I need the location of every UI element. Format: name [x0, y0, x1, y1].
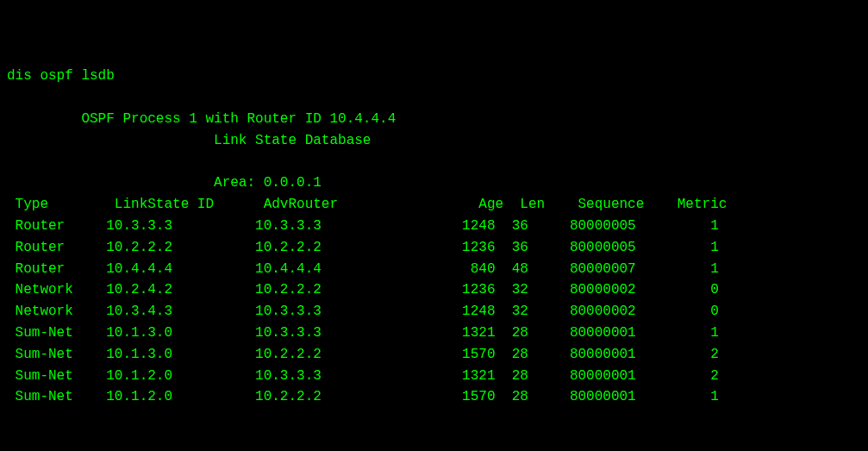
lsdb-row: Network 10.3.4.3 10.3.3.3 1248 32 800000…	[7, 304, 719, 319]
lsdb-row: Router 10.4.4.4 10.4.4.4 840 48 80000007…	[7, 261, 719, 277]
lsdb-row: Sum-Net 10.1.2.0 10.2.2.2 1570 28 800000…	[7, 389, 719, 404]
lsdb-title: Link State Database	[7, 133, 371, 148]
lsdb-row: Sum-Net 10.1.2.0 10.3.3.3 1321 28 800000…	[7, 368, 719, 384]
terminal-output: dis ospf lsdb OSPF Process 1 with Router…	[7, 66, 861, 451]
lsdb-row: Sum-Net 10.1.3.0 10.2.2.2 1570 28 800000…	[7, 347, 719, 362]
lsdb-row: Sum-Net 10.1.3.0 10.3.3.3 1321 28 800000…	[7, 325, 719, 341]
process-line: OSPF Process 1 with Router ID 10.4.4.4	[7, 111, 396, 127]
lsdb-header-row: Type LinkState ID AdvRouter Age Len Sequ…	[7, 197, 727, 212]
command[interactable]: dis ospf lsdb	[7, 68, 115, 84]
area-label: Area: 0.0.0.1	[7, 175, 322, 191]
lsdb-row: Network 10.2.4.2 10.2.2.2 1236 32 800000…	[7, 282, 719, 298]
lsdb-row: Router 10.2.2.2 10.2.2.2 1236 36 8000000…	[7, 240, 719, 255]
lsdb-row: Router 10.3.3.3 10.3.3.3 1248 36 8000000…	[7, 218, 719, 234]
